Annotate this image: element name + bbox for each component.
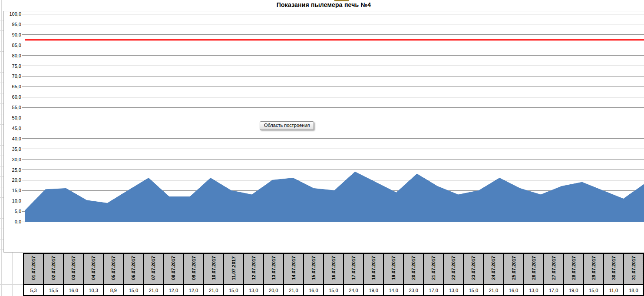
date-header-cell[interactable]: 18.07.2017: [363, 253, 383, 285]
value-cell[interactable]: 16,0: [63, 285, 83, 296]
date-header-cell[interactable]: 14.07.2017: [284, 253, 304, 285]
date-header-cell[interactable]: 17.07.2017: [343, 253, 363, 285]
date-header-cell[interactable]: 24.07.2017: [483, 253, 503, 285]
date-label: 01.07.2017: [31, 256, 36, 280]
value-cell[interactable]: 15,0: [584, 285, 604, 296]
value-cell[interactable]: 11,0: [604, 285, 624, 296]
date-header-cell[interactable]: 06.07.2017: [123, 253, 143, 285]
sheet-row-tick: [0, 176, 3, 177]
date-header-cell[interactable]: 29.07.2017: [584, 253, 604, 285]
sheet-row-tick: [0, 145, 3, 146]
value-cell[interactable]: 15,5: [43, 285, 63, 296]
value-cell[interactable]: 24,0: [343, 285, 363, 296]
value-cell[interactable]: 13,0: [244, 285, 264, 296]
sheet-row-tick: [0, 166, 3, 166]
sheet-row-tick: [0, 156, 3, 156]
date-header-cell[interactable]: 07.07.2017: [143, 253, 163, 285]
sheet-row-tick: [0, 20, 3, 20]
y-axis-tick-label: 80,0: [2, 53, 21, 58]
value-cell[interactable]: 13,0: [443, 285, 463, 296]
value-cell[interactable]: 16,0: [504, 285, 524, 296]
value-cell[interactable]: 21,0: [284, 285, 304, 296]
value-cell[interactable]: 15,0: [123, 285, 143, 296]
sheet-row-tick: [0, 62, 3, 62]
value-cell[interactable]: 21,0: [143, 285, 163, 296]
value-cell[interactable]: 23,0: [403, 285, 423, 296]
date-header-cell[interactable]: 25.07.2017: [504, 253, 524, 285]
sheet-row-tick: [0, 208, 3, 208]
date-header-cell[interactable]: 12.07.2017: [244, 253, 264, 285]
date-header-cell[interactable]: 01.07.2017: [23, 253, 43, 285]
chart-top-border: [3, 11, 644, 11]
date-header-cell[interactable]: 28.07.2017: [564, 253, 584, 285]
date-header-cell[interactable]: 11.07.2017: [224, 253, 244, 285]
date-header-cell[interactable]: 09.07.2017: [184, 253, 204, 285]
plot-area[interactable]: [25, 14, 644, 222]
sheet-row-gridline: [0, 284, 23, 285]
date-label: 02.07.2017: [51, 256, 56, 280]
date-header-cell[interactable]: 04.07.2017: [83, 253, 103, 285]
date-header-cell[interactable]: 02.07.2017: [43, 253, 63, 285]
value-cell[interactable]: 12,0: [163, 285, 183, 296]
y-axis-tick-label: 85,0: [2, 43, 21, 48]
date-header-cell[interactable]: 23.07.2017: [463, 253, 483, 285]
date-label: 09.07.2017: [191, 256, 196, 280]
y-axis-tick-label: 20,0: [2, 177, 21, 183]
value-cell[interactable]: 15,0: [224, 285, 244, 296]
sheet-row-tick: [0, 239, 3, 239]
value-cell[interactable]: 14,0: [383, 285, 403, 296]
date-header-cell[interactable]: 21.07.2017: [423, 253, 443, 285]
date-header-cell[interactable]: 31.07.2017: [624, 253, 644, 285]
y-axis-tick-label: 50,0: [2, 115, 21, 120]
value-cell[interactable]: 15,0: [324, 285, 343, 296]
date-header-cell[interactable]: 08.07.2017: [163, 253, 183, 285]
date-label: 30.07.2017: [611, 256, 616, 280]
date-header-cell[interactable]: 15.07.2017: [304, 253, 324, 285]
value-cell[interactable]: 21,0: [483, 285, 503, 296]
date-label: 14.07.2017: [291, 256, 296, 280]
value-cell[interactable]: 18,0: [624, 285, 644, 296]
sheet-row-tick: [0, 30, 3, 31]
date-header-cell[interactable]: 16.07.2017: [324, 253, 343, 285]
value-cell[interactable]: 13,0: [524, 285, 544, 296]
date-header-cell[interactable]: 05.07.2017: [103, 253, 123, 285]
value-cell[interactable]: 10,3: [83, 285, 103, 296]
value-cell[interactable]: 19,0: [363, 285, 383, 296]
sheet-row-tick: [0, 124, 3, 125]
sheet-row-tick: [0, 93, 3, 93]
value-cell[interactable]: 15,0: [463, 285, 483, 296]
date-label: 06.07.2017: [131, 256, 136, 280]
sheet-row-tick: [0, 229, 3, 229]
date-label: 23.07.2017: [471, 256, 476, 280]
value-cell[interactable]: 20,0: [264, 285, 284, 296]
value-cell[interactable]: 5,3: [23, 285, 43, 296]
y-axis-tick-label: 60,0: [2, 94, 21, 100]
area-series[interactable]: [25, 172, 644, 222]
sheet-row-tick: [0, 197, 3, 198]
value-cell[interactable]: 17,0: [544, 285, 564, 296]
value-cell[interactable]: 8,9: [103, 285, 123, 296]
sheet-row-tick: [0, 114, 3, 114]
date-header-cell[interactable]: 10.07.2017: [204, 253, 224, 285]
value-cell[interactable]: 21,0: [204, 285, 224, 296]
y-axis-tick-label: 35,0: [2, 146, 21, 152]
date-header-cell[interactable]: 27.07.2017: [544, 253, 564, 285]
date-label: 21.07.2017: [431, 256, 436, 280]
value-cell[interactable]: 12,0: [184, 285, 204, 296]
y-axis-tick-label: 75,0: [2, 63, 21, 69]
value-cell[interactable]: 19,0: [564, 285, 584, 296]
date-header-cell[interactable]: 20.07.2017: [403, 253, 423, 285]
sheet-row-tick: [0, 103, 3, 104]
date-label: 31.07.2017: [631, 256, 636, 280]
chart-title[interactable]: Показания пылемера печь №4: [3, 1, 644, 8]
date-header-cell[interactable]: 22.07.2017: [443, 253, 463, 285]
value-cell[interactable]: 17,0: [423, 285, 443, 296]
date-label: 26.07.2017: [531, 256, 536, 280]
date-header-cell[interactable]: 30.07.2017: [604, 253, 624, 285]
date-header-cell[interactable]: 13.07.2017: [264, 253, 284, 285]
date-header-cell[interactable]: 19.07.2017: [383, 253, 403, 285]
date-header-cell[interactable]: 03.07.2017: [63, 253, 83, 285]
value-cell[interactable]: 16,0: [304, 285, 324, 296]
date-label: 17.07.2017: [351, 256, 356, 280]
date-header-cell[interactable]: 26.07.2017: [524, 253, 544, 285]
